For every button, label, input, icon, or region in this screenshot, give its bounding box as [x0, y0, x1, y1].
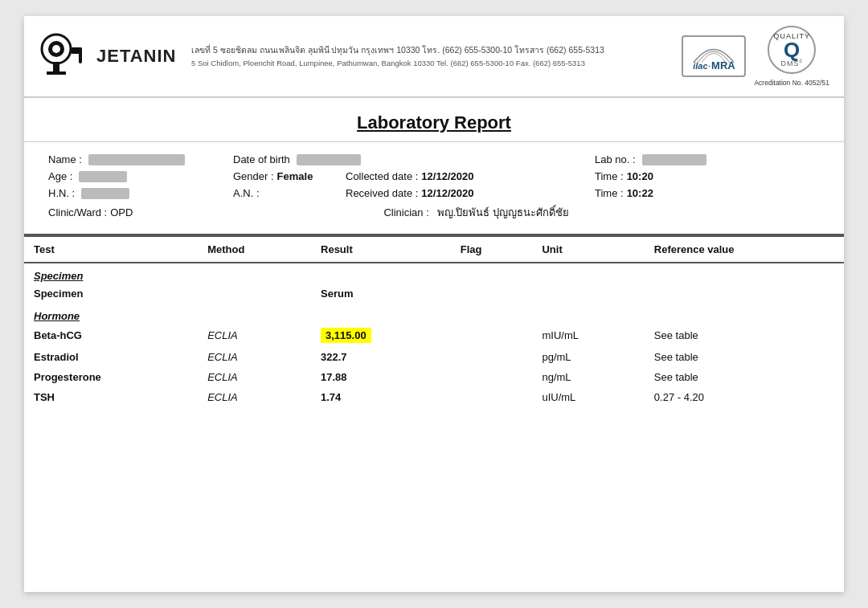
- address-thai: เลขที่ 5 ซอยชิดลม ถนนเพลินจิต ลุมพินี ปท…: [191, 43, 674, 57]
- logo-area: JETANIN: [39, 31, 183, 81]
- cell-method: ECLIA: [198, 324, 311, 347]
- collected-value: 12/12/2020: [421, 170, 473, 182]
- patient-row-2: Age : Gender : Female Collected date : 1…: [48, 170, 820, 182]
- logo-icon: [39, 31, 88, 81]
- collected-time-field: Time : 10:20: [595, 170, 820, 182]
- received-time: 10:22: [627, 187, 653, 199]
- svg-rect-6: [79, 47, 82, 63]
- col-method: Method: [198, 236, 311, 263]
- labno-label: Lab no. :: [595, 153, 636, 165]
- accreditation-text: Acreditation No. 4052/51: [754, 79, 829, 87]
- labno-redacted: [642, 154, 706, 165]
- an-field: A.N. :: [233, 187, 346, 199]
- received-field: Received date : 12/12/2020: [346, 187, 595, 199]
- dob-label: Date of birth: [233, 153, 290, 165]
- col-test: Test: [24, 236, 198, 263]
- cell-test: Beta-hCG: [24, 324, 198, 347]
- table-row: EstradiolECLIA322.7pg/mLSee table: [24, 347, 844, 367]
- clinician-label: Clinician :: [383, 206, 428, 218]
- cell-flag: [451, 324, 533, 347]
- cell-unit: pg/mL: [532, 347, 644, 367]
- cell-method: ECLIA: [198, 367, 311, 387]
- clinic-field: Clinic/Ward : OPD: [48, 206, 133, 218]
- q-cert-block: QUALITY Q DMSc Acreditation No. 4052/51: [754, 26, 829, 87]
- table-row: SpecimenSerum: [24, 284, 844, 304]
- cell-flag: [451, 347, 533, 367]
- col-unit: Unit: [532, 236, 644, 263]
- received-time-label: Time :: [595, 187, 624, 199]
- received-time-field: Time : 10:22: [595, 187, 820, 199]
- name-field: Name :: [48, 153, 233, 165]
- q-top-text: QUALITY: [773, 32, 810, 40]
- cell-ref: See table: [645, 347, 844, 367]
- col-ref: Reference value: [645, 236, 844, 263]
- name-label: Name :: [48, 153, 82, 165]
- name-redacted: [88, 154, 185, 165]
- results-table: Test Method Result Flag Unit Reference v…: [24, 235, 844, 407]
- age-field: Age :: [48, 170, 233, 182]
- collected-time: 10:20: [627, 170, 653, 182]
- cell-result: Serum: [311, 284, 451, 304]
- cert-area: ilac · MRA QUALITY Q DMSc Acreditation N…: [674, 26, 829, 87]
- col-flag: Flag: [451, 236, 533, 263]
- cell-test: TSH: [24, 387, 198, 407]
- cell-result: 322.7: [311, 347, 451, 367]
- table-header: Test Method Result Flag Unit Reference v…: [24, 236, 844, 263]
- dob-redacted: [297, 154, 361, 165]
- cell-unit: ng/mL: [532, 367, 644, 387]
- patient-info: Name : Date of birth Lab no. : Age : Gen…: [24, 142, 844, 235]
- labno-field: Lab no. :: [595, 153, 820, 165]
- ilac-cert-block: ilac · MRA: [682, 35, 746, 77]
- collected-label: Collected date :: [346, 170, 418, 182]
- collected-time-label: Time :: [595, 170, 624, 182]
- q-badge: QUALITY Q DMSc: [768, 26, 816, 74]
- cell-test: Progesterone: [24, 367, 198, 387]
- svg-point-2: [52, 45, 60, 53]
- cell-ref: See table: [645, 324, 844, 347]
- gender-field: Gender : Female: [233, 170, 346, 182]
- col-result: Result: [311, 236, 451, 263]
- patient-row-1: Name : Date of birth Lab no. :: [48, 153, 820, 165]
- clinician-value: พญ.ปิยพันธ์ ปุญญธนะศักดิ์ชัย: [437, 204, 569, 221]
- clinician-field: Clinician : พญ.ปิยพันธ์ ปุญญธนะศักดิ์ชัย: [133, 204, 820, 221]
- svg-rect-4: [47, 71, 66, 75]
- cell-flag: [451, 387, 533, 407]
- cell-unit: uIU/mL: [532, 387, 644, 407]
- cell-ref: See table: [645, 367, 844, 387]
- table-header-row: Test Method Result Flag Unit Reference v…: [24, 236, 844, 263]
- cell-result: 17.88: [311, 367, 451, 387]
- cell-test: Specimen: [24, 284, 198, 304]
- patient-row-3: H.N. : A.N. : Received date : 12/12/2020…: [48, 187, 820, 199]
- cell-unit: [532, 284, 644, 304]
- cell-result: 3,115.00: [311, 324, 451, 347]
- dob-field: Date of birth: [233, 153, 595, 165]
- table-row: Beta-hCGECLIA3,115.00mIU/mLSee table: [24, 324, 844, 347]
- an-label: A.N. :: [233, 187, 260, 199]
- cell-method: ECLIA: [198, 347, 311, 367]
- clinic-label: Clinic/Ward :: [48, 206, 107, 218]
- document: JETANIN เลขที่ 5 ซอยชิดลม ถนนเพลินจิต ลุ…: [24, 16, 844, 592]
- report-title-section: Laboratory Report: [24, 98, 844, 142]
- cell-flag: [451, 284, 533, 304]
- gender-value: Female: [277, 170, 313, 182]
- header: JETANIN เลขที่ 5 ซอยชิดลม ถนนเพลินจิต ลุ…: [24, 16, 844, 98]
- table-row: TSHECLIA1.74uIU/mL0.27 - 4.20: [24, 387, 844, 407]
- age-redacted: [79, 171, 127, 182]
- age-label: Age :: [48, 170, 72, 182]
- table-section-header: Specimen: [24, 263, 844, 284]
- table-section-header: Hormone: [24, 304, 844, 324]
- patient-row-4: Clinic/Ward : OPD Clinician : พญ.ปิยพันธ…: [48, 204, 820, 221]
- gender-label: Gender :: [233, 170, 274, 182]
- cell-ref: 0.27 - 4.20: [645, 387, 844, 407]
- hn-redacted: [81, 188, 129, 199]
- table-section: Test Method Result Flag Unit Reference v…: [24, 235, 844, 407]
- q-bottom-text: DMSc: [780, 58, 803, 67]
- address-area: เลขที่ 5 ซอยชิดลม ถนนเพลินจิต ลุมพินี ปท…: [183, 43, 674, 69]
- cell-flag: [451, 367, 533, 387]
- report-title: Laboratory Report: [357, 112, 511, 133]
- logo-text: JETANIN: [96, 46, 177, 67]
- cell-method: [198, 284, 311, 304]
- cell-ref: [645, 284, 844, 304]
- cell-method: ECLIA: [198, 387, 311, 407]
- hn-field: H.N. :: [48, 187, 233, 199]
